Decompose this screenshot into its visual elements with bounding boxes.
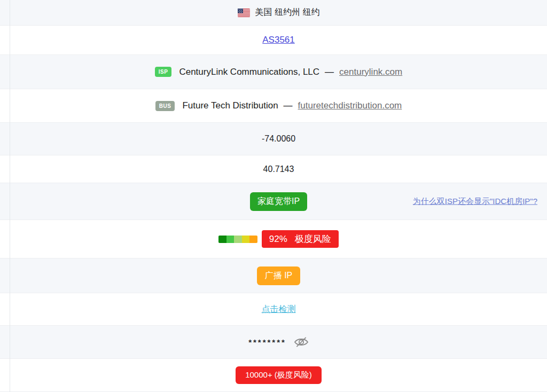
risk-score-badge: 92% 极度风险 (262, 230, 339, 248)
isp-dash: — (325, 67, 334, 77)
risk-label: 极度风险 (295, 233, 331, 245)
row-asn: AS3561 (0, 26, 547, 55)
location-text: 美国 纽约州 纽约 (255, 7, 320, 18)
asn-link[interactable]: AS3561 (262, 35, 295, 45)
row-ip-type: 家庭宽带IP 为什么双ISP还会显示"IDC机房IP"? (0, 183, 547, 220)
isp-domain-link[interactable]: centurylink.com (339, 67, 402, 77)
click-detect-link[interactable]: 点击检测 (262, 304, 296, 315)
risk-count-badge: 10000+ (极度风险) (236, 366, 322, 384)
longitude-value: -74.0060 (262, 134, 295, 144)
row-masked-value: ******** (0, 326, 547, 359)
eye-slash-icon (294, 336, 309, 348)
row-risk-score: 92% 极度风险 (0, 220, 547, 258)
row-isp: ISP CenturyLink Communications, LLC — ce… (0, 55, 547, 89)
business-name: Future Tech Distribution (182, 100, 278, 111)
bus-badge: BUS (155, 101, 175, 111)
row-location: 美国 纽约州 纽约 (0, 0, 547, 26)
row-broadcast-ip: 广播 IP (0, 258, 547, 293)
us-flag-icon (238, 9, 250, 17)
business-dash: — (284, 100, 293, 111)
business-domain-link[interactable]: futuretechdistribution.com (298, 100, 402, 111)
latitude-value: 40.7143 (263, 164, 294, 174)
row-business: BUS Future Tech Distribution — futuretec… (0, 89, 547, 123)
broadcast-ip-button[interactable]: 广播 IP (257, 266, 301, 285)
reveal-value-button[interactable] (294, 336, 309, 348)
home-broadband-ip-button[interactable]: 家庭宽带IP (250, 192, 307, 211)
masked-value: ******** (248, 338, 286, 347)
isp-name: CenturyLink Communications, LLC (179, 67, 319, 77)
risk-gauge (218, 236, 257, 243)
dual-isp-help-link[interactable]: 为什么双ISP还会显示"IDC机房IP"? (413, 197, 537, 207)
column-divider (10, 0, 10, 392)
isp-badge: ISP (155, 67, 172, 77)
row-detection: 点击检测 (0, 293, 547, 326)
row-longitude: -74.0060 (0, 123, 547, 155)
row-latitude: 40.7143 (0, 155, 547, 183)
row-risk-count: 10000+ (极度风险) (0, 359, 547, 392)
ip-info-table: 美国 纽约州 纽约 AS3561 ISP CenturyLink Communi… (0, 0, 547, 392)
risk-percent: 92% (269, 234, 287, 245)
